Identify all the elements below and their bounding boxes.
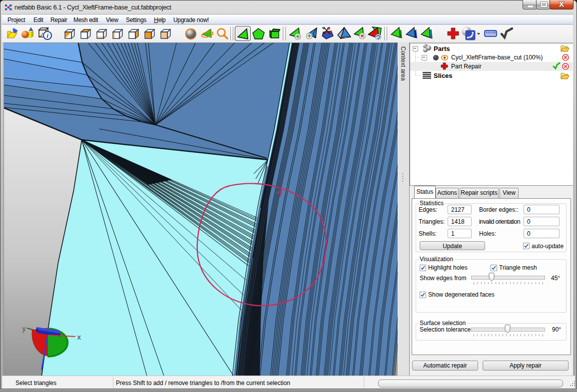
svg-text:x: x <box>77 333 81 341</box>
svg-text:i: i <box>46 32 48 39</box>
svg-text:y: y <box>22 324 26 333</box>
